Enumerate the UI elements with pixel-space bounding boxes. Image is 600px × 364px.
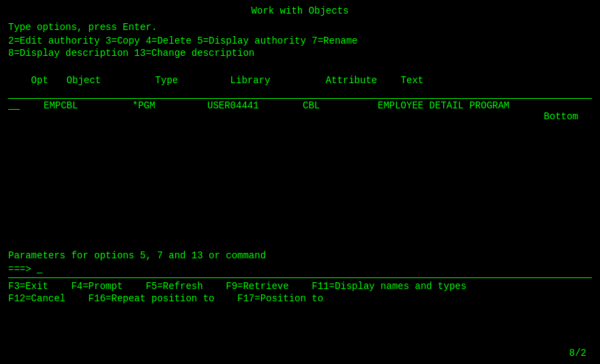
content-area: Bottom bbox=[8, 111, 592, 247]
instruction-line1: Type options, press Enter. bbox=[8, 22, 592, 33]
command-prompt: ===> bbox=[8, 264, 37, 275]
command-divider bbox=[8, 277, 592, 278]
library-value: USER04441 bbox=[207, 100, 303, 111]
object-value: EMPCBL bbox=[44, 100, 132, 111]
header-divider bbox=[8, 98, 592, 99]
text-value: EMPLOYEE DETAIL PROGRAM bbox=[378, 100, 509, 111]
col-object: Object bbox=[67, 75, 155, 86]
attribute-value: CBL bbox=[303, 100, 378, 111]
params-label: Parameters for options 5, 7 and 13 or co… bbox=[8, 250, 592, 261]
command-input[interactable] bbox=[37, 264, 446, 275]
table-row: __EMPCBL*PGMUSER04441CBLEMPLOYEE DETAIL … bbox=[8, 100, 592, 111]
col-type: Type bbox=[155, 75, 230, 86]
params-section: Parameters for options 5, 7 and 13 or co… bbox=[8, 250, 592, 275]
fkeys-row1: F3=Exit F4=Prompt F5=Refresh F9=Retrieve… bbox=[8, 281, 592, 292]
options-line1: 2=Edit authority 3=Copy 4=Delete 5=Displ… bbox=[8, 35, 592, 46]
type-value: *PGM bbox=[132, 100, 207, 111]
col-text: Text bbox=[401, 75, 424, 86]
command-line[interactable]: ===> bbox=[8, 264, 592, 275]
col-opt: Opt bbox=[31, 75, 67, 86]
terminal-screen: Work with Objects Type options, press En… bbox=[0, 0, 600, 364]
bottom-indicator: Bottom bbox=[544, 111, 578, 122]
col-library: Library bbox=[230, 75, 326, 86]
page-title: Work with Objects bbox=[8, 5, 592, 16]
opt-input[interactable]: __ bbox=[8, 100, 44, 111]
col-attribute: Attribute bbox=[326, 75, 401, 86]
fkeys-row2: F12=Cancel F16=Repeat position to F17=Po… bbox=[8, 293, 592, 304]
column-headers: OptObjectTypeLibraryAttributeText bbox=[8, 64, 592, 97]
page-indicator: 8/2 bbox=[569, 348, 586, 359]
options-line2: 8=Display description 13=Change descript… bbox=[8, 48, 592, 59]
